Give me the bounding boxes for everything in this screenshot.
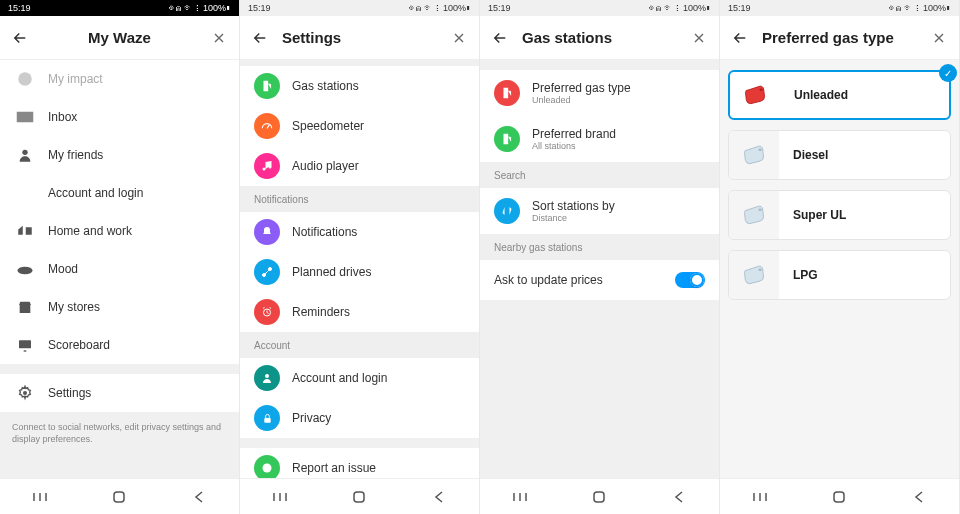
fuel-can-icon xyxy=(729,251,779,299)
preferred-brand[interactable]: Preferred brand All stations xyxy=(480,116,719,162)
back-icon[interactable] xyxy=(490,28,510,48)
svg-rect-9 xyxy=(114,492,124,502)
settings-list: Gas stations Speedometer Audio player No… xyxy=(240,60,479,478)
menu-home-work[interactable]: Home and work xyxy=(0,212,239,250)
option-lpg[interactable]: LPG xyxy=(728,250,951,300)
section-account: Account xyxy=(240,332,479,358)
svg-rect-4 xyxy=(19,340,31,348)
android-nav xyxy=(480,478,719,514)
ask-update-prices[interactable]: Ask to update prices xyxy=(480,260,719,300)
menu-stores[interactable]: My stores xyxy=(0,288,239,326)
home-work-icon xyxy=(14,220,36,242)
nav-home[interactable] xyxy=(584,487,614,507)
row-label: Privacy xyxy=(292,411,465,425)
mail-icon xyxy=(14,106,36,128)
user-icon xyxy=(254,365,280,391)
fuel-can-icon xyxy=(730,72,780,118)
back-icon[interactable] xyxy=(730,28,750,48)
nav-back[interactable] xyxy=(664,487,694,507)
menu-my-impact[interactable]: My impact xyxy=(0,60,239,98)
pump-icon xyxy=(254,73,280,99)
close-icon[interactable] xyxy=(689,28,709,48)
account-icon xyxy=(14,182,36,204)
back-icon[interactable] xyxy=(250,28,270,48)
row-label: Gas stations xyxy=(292,79,465,93)
settings-audio[interactable]: Audio player xyxy=(240,146,479,186)
android-nav xyxy=(720,478,959,514)
nav-home[interactable] xyxy=(824,487,854,507)
settings-reminders[interactable]: Reminders xyxy=(240,292,479,332)
titlebar: Preferred gas type xyxy=(720,16,959,60)
svg-point-15 xyxy=(263,464,272,473)
settings-report-issue[interactable]: Report an issue xyxy=(240,448,479,478)
menu-label: My stores xyxy=(48,300,225,314)
svg-point-26 xyxy=(758,209,761,212)
nav-back[interactable] xyxy=(184,487,214,507)
screen-gas-stations: 15:19 ◎ ⋒ ᯤ ⫶ 100%▮ Gas stations Preferr… xyxy=(480,0,720,514)
row-label: Planned drives xyxy=(292,265,465,279)
menu-mood[interactable]: Mood xyxy=(0,250,239,288)
nav-back[interactable] xyxy=(904,487,934,507)
nav-home[interactable] xyxy=(344,487,374,507)
status-right: ◎ ⋒ ᯤ ⫶ 100%▮ xyxy=(649,3,711,13)
status-time: 15:19 xyxy=(488,3,511,13)
sort-stations[interactable]: Sort stations by Distance xyxy=(480,188,719,234)
svg-rect-23 xyxy=(594,492,604,502)
gear-icon xyxy=(14,382,36,404)
nav-back[interactable] xyxy=(424,487,454,507)
row-label: Audio player xyxy=(292,159,465,173)
menu-account[interactable]: Account and login xyxy=(0,174,239,212)
android-nav xyxy=(0,478,239,514)
page-title: Gas stations xyxy=(522,29,689,46)
nav-recents[interactable] xyxy=(25,487,55,507)
settings-notifications[interactable]: Notifications xyxy=(240,212,479,252)
option-super-ul[interactable]: Super UL xyxy=(728,190,951,240)
nav-recents[interactable] xyxy=(745,487,775,507)
row-label: Account and login xyxy=(292,371,465,385)
settings-privacy[interactable]: Privacy xyxy=(240,398,479,438)
menu-settings[interactable]: Settings xyxy=(0,374,239,412)
settings-gas-stations[interactable]: Gas stations xyxy=(240,66,479,106)
status-time: 15:19 xyxy=(8,3,31,13)
option-unleaded[interactable]: Unleaded ✓ xyxy=(728,70,951,120)
page-title: My Waze xyxy=(30,29,209,46)
row-sub: Distance xyxy=(532,213,615,223)
nav-recents[interactable] xyxy=(265,487,295,507)
svg-rect-1 xyxy=(18,113,33,122)
preferred-gas-type[interactable]: Preferred gas type Unleaded xyxy=(480,70,719,116)
toggle-label: Ask to update prices xyxy=(494,273,675,287)
page-title: Settings xyxy=(282,29,449,46)
row-label: Speedometer xyxy=(292,119,465,133)
screen-settings: 15:19 ◎ ⋒ ᯤ ⫶ 100%▮ Settings Gas station… xyxy=(240,0,480,514)
close-icon[interactable] xyxy=(209,28,229,48)
nav-recents[interactable] xyxy=(505,487,535,507)
close-icon[interactable] xyxy=(449,28,469,48)
close-icon[interactable] xyxy=(929,28,949,48)
mood-icon xyxy=(14,258,36,280)
person-icon xyxy=(14,144,36,166)
toggle-switch[interactable] xyxy=(675,272,705,288)
check-icon: ✓ xyxy=(939,64,957,82)
settings-speedometer[interactable]: Speedometer xyxy=(240,106,479,146)
back-icon[interactable] xyxy=(10,28,30,48)
menu-inbox[interactable]: Inbox xyxy=(0,98,239,136)
store-icon xyxy=(14,296,36,318)
status-time: 15:19 xyxy=(728,3,751,13)
option-label: Unleaded xyxy=(794,88,848,102)
menu-scoreboard[interactable]: Scoreboard xyxy=(0,326,239,364)
settings-planned-drives[interactable]: Planned drives xyxy=(240,252,479,292)
status-time: 15:19 xyxy=(248,3,271,13)
svg-point-3 xyxy=(18,267,33,275)
android-nav xyxy=(240,478,479,514)
nav-home[interactable] xyxy=(104,487,134,507)
status-bar: 15:19 ◎ ⋒ ᯤ ⫶ 100%▮ xyxy=(240,0,479,16)
status-bar: 15:19 ◎ ⋒ ᯤ ⫶ 100%▮ xyxy=(0,0,239,16)
row-label: Notifications xyxy=(292,225,465,239)
status-right: ◎ ⋒ ᯤ ⫶ 100%▮ xyxy=(169,3,231,13)
menu-friends[interactable]: My friends xyxy=(0,136,239,174)
settings-account-login[interactable]: Account and login xyxy=(240,358,479,398)
section-notifications: Notifications xyxy=(240,186,479,212)
option-diesel[interactable]: Diesel xyxy=(728,130,951,180)
gas-type-options: Unleaded ✓ Diesel Super UL LPG xyxy=(720,60,959,478)
status-bar: 15:19 ◎ ⋒ ᯤ ⫶ 100%▮ xyxy=(720,0,959,16)
